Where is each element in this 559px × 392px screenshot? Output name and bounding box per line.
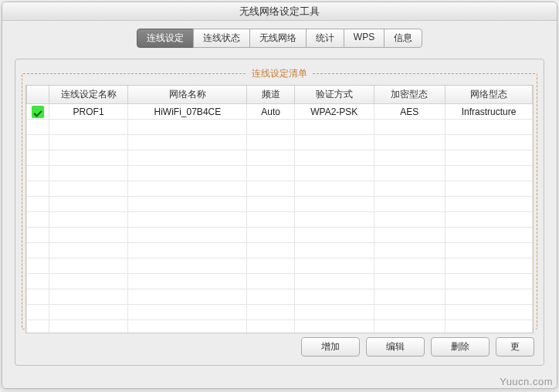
tab-connection-settings[interactable]: 连线设定: [137, 29, 194, 48]
table-cell: [374, 212, 445, 228]
table-cell: [374, 305, 445, 320]
table-cell: [128, 120, 247, 135]
table-cell: [446, 212, 533, 228]
table-cell: [247, 274, 295, 289]
table-cell: [49, 243, 128, 259]
table-cell: [446, 243, 533, 259]
table-cell: [27, 181, 49, 197]
table-row[interactable]: [27, 212, 533, 228]
table-cell: [49, 181, 128, 197]
table-cell: [247, 197, 295, 212]
main-panel: 连线设定清单 连线设定名称 网络名称 频道 验证方式 加密型态 网络型态: [15, 59, 544, 366]
table-cell: [294, 181, 374, 197]
table-cell: [374, 228, 445, 243]
table-row[interactable]: PROF1HiWiFi_07B4CEAutoWPA2-PSKAESInfrast…: [27, 104, 533, 120]
column-profile-name[interactable]: 连线设定名称: [49, 86, 128, 104]
table-cell: [247, 120, 295, 135]
table-cell: [247, 181, 295, 197]
table-cell: [446, 166, 533, 181]
table-row[interactable]: [27, 197, 533, 212]
table-cell: [128, 181, 247, 197]
table-row[interactable]: [27, 243, 533, 259]
column-auth[interactable]: 验证方式: [294, 86, 374, 104]
table-row[interactable]: [27, 166, 533, 181]
column-active[interactable]: [27, 86, 49, 104]
table-cell: [247, 166, 295, 181]
table-cell: [374, 320, 445, 334]
table-cell: [49, 305, 128, 320]
table-cell: [128, 289, 247, 305]
table-cell: [294, 120, 374, 135]
table-cell: [446, 305, 533, 320]
table-cell: [374, 259, 445, 274]
more-button[interactable]: 更: [496, 337, 534, 357]
table-cell: [294, 197, 374, 212]
table-row[interactable]: [27, 305, 533, 320]
table-cell: [294, 320, 374, 334]
table-cell: [128, 243, 247, 259]
table-cell: [446, 320, 533, 334]
table-cell: [128, 135, 247, 150]
table-cell: [374, 150, 445, 166]
table-cell: [49, 274, 128, 289]
table-cell: [27, 320, 49, 334]
column-network-type[interactable]: 网络型态: [446, 86, 533, 104]
table-row[interactable]: [27, 274, 533, 289]
tab-statistics[interactable]: 统计: [306, 29, 344, 48]
table-cell: [294, 150, 374, 166]
table-cell: [128, 150, 247, 166]
profile-fieldset: 连线设定清单 连线设定名称 网络名称 频道 验证方式 加密型态 网络型态: [22, 67, 537, 329]
titlebar: 无线网络设定工具: [2, 2, 557, 21]
table-cell: [128, 259, 247, 274]
table-cell: [374, 166, 445, 181]
app-window: 无线网络设定工具 连线设定 连线状态 无线网络 统计 WPS 信息 连线设定清单…: [2, 2, 557, 389]
table-header-row: 连线设定名称 网络名称 频道 验证方式 加密型态 网络型态: [27, 86, 533, 104]
table-cell: [27, 212, 49, 228]
table-cell: [374, 197, 445, 212]
table-cell: [128, 228, 247, 243]
table-row[interactable]: [27, 120, 533, 135]
tab-bar: 连线设定 连线状态 无线网络 统计 WPS 信息: [2, 29, 557, 48]
table-row[interactable]: [27, 150, 533, 166]
table-cell: [247, 150, 295, 166]
table-row[interactable]: [27, 228, 533, 243]
tab-wireless-networks[interactable]: 无线网络: [249, 29, 307, 48]
table-row[interactable]: [27, 320, 533, 334]
table-cell: [27, 274, 49, 289]
table-cell: [446, 259, 533, 274]
table-cell: [49, 166, 128, 181]
delete-button[interactable]: 删除: [431, 337, 490, 357]
table-row[interactable]: [27, 289, 533, 305]
table-cell: [128, 212, 247, 228]
table-cell: [128, 197, 247, 212]
table-cell: [27, 166, 49, 181]
edit-button[interactable]: 编辑: [366, 337, 425, 357]
table-cell: [446, 181, 533, 197]
column-encryption[interactable]: 加密型态: [374, 86, 445, 104]
table-cell: [128, 274, 247, 289]
table-cell: [374, 181, 445, 197]
table-cell: [128, 305, 247, 320]
table-row[interactable]: [27, 181, 533, 197]
table-cell: [49, 135, 128, 150]
table-cell: [294, 135, 374, 150]
table-cell: [128, 166, 247, 181]
table-cell: [446, 228, 533, 243]
table-cell: [27, 135, 49, 150]
tab-info[interactable]: 信息: [384, 29, 422, 48]
column-channel[interactable]: 频道: [247, 86, 295, 104]
profile-legend: 连线设定清单: [247, 67, 312, 80]
table-cell: [294, 289, 374, 305]
table-cell: [49, 197, 128, 212]
table-cell: [49, 259, 128, 274]
table-cell: [27, 305, 49, 320]
add-button[interactable]: 增加: [301, 337, 360, 357]
column-ssid[interactable]: 网络名称: [128, 86, 247, 104]
table-row[interactable]: [27, 259, 533, 274]
table-row[interactable]: [27, 135, 533, 150]
active-check-icon: [32, 106, 44, 118]
table-cell: [294, 274, 374, 289]
tab-connection-status[interactable]: 连线状态: [193, 29, 250, 48]
table-cell: [374, 135, 445, 150]
tab-wps[interactable]: WPS: [344, 29, 385, 48]
